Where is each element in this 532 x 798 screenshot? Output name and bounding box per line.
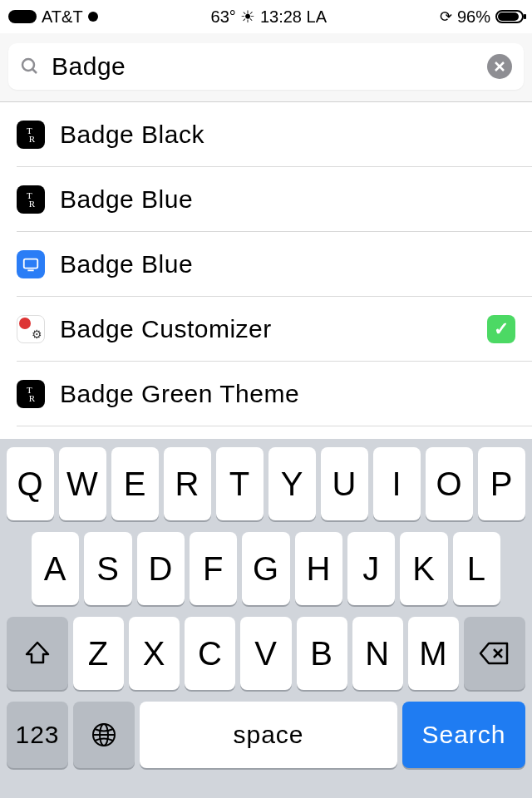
key-r[interactable]: R: [164, 447, 211, 520]
carrier-label: AT&T: [42, 7, 83, 27]
key-m[interactable]: M: [408, 617, 459, 690]
search-key[interactable]: Search: [402, 702, 525, 768]
key-l[interactable]: L: [453, 532, 500, 605]
result-label: Badge Blue: [60, 185, 515, 214]
app-icon: ⚙: [17, 315, 45, 343]
globe-key[interactable]: [73, 702, 135, 768]
result-row[interactable]: T RBadge Green Theme: [17, 362, 532, 426]
key-q[interactable]: Q: [7, 447, 54, 520]
app-icon: T R: [17, 121, 45, 149]
result-row[interactable]: ⚙Badge Customizer✓: [17, 297, 532, 362]
battery-percent: 96%: [457, 7, 490, 27]
installed-check-icon: ✓: [487, 315, 515, 343]
key-n[interactable]: N: [352, 617, 403, 690]
result-label: Badge Customizer: [60, 315, 487, 343]
space-key[interactable]: space: [140, 702, 397, 768]
battery-icon: [495, 10, 524, 23]
result-label: Badge Blue: [60, 250, 515, 278]
app-icon: T R: [17, 185, 45, 214]
key-h[interactable]: H: [295, 532, 342, 605]
result-label: Badge Green Theme: [60, 380, 515, 408]
key-b[interactable]: B: [297, 617, 347, 690]
result-row[interactable]: T RBadge Black: [17, 102, 532, 167]
network-dot-icon: [88, 12, 98, 22]
key-f[interactable]: F: [190, 532, 237, 605]
status-bar: AT&T 63° ☀ 13:28 LA ⟳ 96%: [0, 0, 532, 33]
key-u[interactable]: U: [321, 447, 368, 520]
key-p[interactable]: P: [478, 447, 525, 520]
keyboard: QWERTYUIOP ASDFGHJKL ZXCVBNM 123 space S…: [0, 439, 532, 798]
key-i[interactable]: I: [373, 447, 421, 520]
key-s[interactable]: S: [84, 532, 131, 605]
key-j[interactable]: J: [347, 532, 395, 605]
numbers-key[interactable]: 123: [7, 702, 68, 768]
search-results: T RBadge BlackT RBadge BlueBadge Blue⚙Ba…: [0, 102, 532, 426]
key-k[interactable]: K: [400, 532, 447, 605]
key-c[interactable]: C: [185, 617, 235, 690]
key-d[interactable]: D: [137, 532, 185, 605]
key-g[interactable]: G: [242, 532, 289, 605]
key-a[interactable]: A: [32, 532, 79, 605]
svg-line-1: [32, 69, 37, 73]
app-icon: [17, 250, 45, 278]
svg-point-0: [22, 59, 34, 71]
key-y[interactable]: Y: [268, 447, 316, 520]
key-o[interactable]: O: [426, 447, 473, 520]
status-center: 63° ☀ 13:28 LA: [211, 7, 327, 27]
svg-rect-4: [24, 259, 38, 268]
clear-search-button[interactable]: [487, 54, 512, 79]
signal-icon: [8, 10, 37, 23]
result-row[interactable]: T RBadge Blue: [17, 167, 532, 232]
rotation-lock-icon: ⟳: [440, 7, 452, 26]
search-bar-container: Badge: [0, 33, 532, 102]
backspace-key[interactable]: [464, 617, 525, 690]
key-t[interactable]: T: [216, 447, 264, 520]
search-icon: [20, 57, 40, 76]
key-w[interactable]: W: [59, 447, 106, 520]
search-input[interactable]: Badge: [52, 52, 475, 81]
key-e[interactable]: E: [111, 447, 159, 520]
result-label: Badge Black: [60, 121, 515, 149]
key-z[interactable]: Z: [73, 617, 124, 690]
app-icon: T R: [17, 380, 45, 408]
shift-key[interactable]: [7, 617, 68, 690]
result-row[interactable]: Badge Blue: [17, 232, 532, 297]
key-x[interactable]: X: [129, 617, 180, 690]
key-v[interactable]: V: [240, 617, 291, 690]
search-bar[interactable]: Badge: [8, 43, 524, 90]
